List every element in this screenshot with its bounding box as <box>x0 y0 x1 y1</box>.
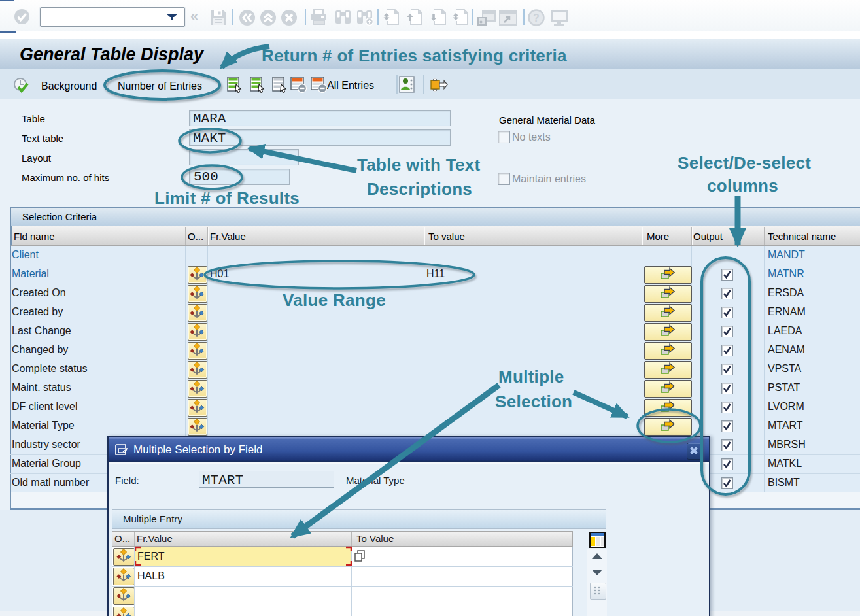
svg-text:?: ? <box>533 12 540 24</box>
